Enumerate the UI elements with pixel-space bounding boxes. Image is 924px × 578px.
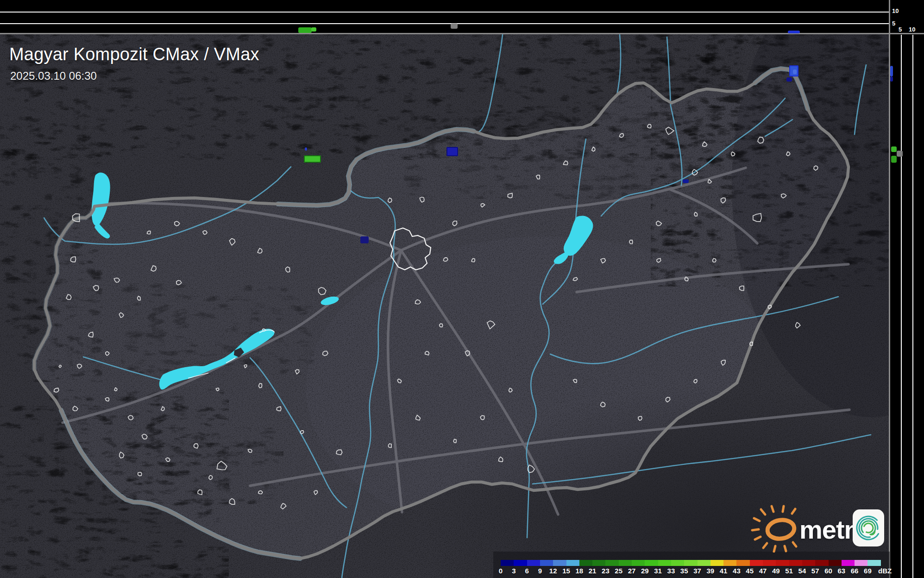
- right-profile-gridline-10: [912, 35, 913, 578]
- legend-swatch: [566, 560, 580, 566]
- radar-viewer: 10 5 5 10: [0, 0, 924, 578]
- legend-swatch: [723, 560, 737, 566]
- legend-swatch: [514, 560, 527, 566]
- legend-swatches: 0369121518212325272931333537394143454749…: [493, 552, 890, 578]
- legend-swatch: [802, 560, 816, 566]
- page-title: Magyar Kompozit CMax / VMax: [9, 44, 259, 64]
- legend-swatch: [592, 560, 606, 566]
- legend-swatch: [579, 560, 593, 566]
- right-profile-strip[interactable]: [890, 0, 924, 578]
- legend-swatch: [736, 560, 750, 566]
- legend-swatch: [698, 560, 711, 566]
- top-profile-gridline-10: [0, 12, 890, 13]
- legend-swatch: [671, 560, 685, 566]
- top-profile-gridline-5: [0, 23, 890, 24]
- legend-swatch: [776, 560, 789, 566]
- profile-map-divider-horizontal: [0, 33, 924, 34]
- metnet-app-icon: [852, 509, 886, 548]
- legend-swatch: [658, 560, 672, 566]
- right-axis-tick-5: 5: [899, 26, 902, 33]
- legend-swatch: [815, 560, 829, 566]
- legend-swatch: [684, 560, 698, 566]
- right-profile-gridline-5: [901, 35, 902, 578]
- top-profile-strip[interactable]: [0, 0, 890, 33]
- time-scrubber-handle[interactable]: [451, 24, 458, 29]
- legend-swatch: [540, 560, 553, 566]
- legend-swatch: [632, 560, 645, 566]
- legend-swatch: [829, 560, 842, 566]
- legend-swatch: [710, 560, 724, 566]
- legend-swatch: [501, 560, 514, 566]
- legend-swatch: [763, 560, 776, 566]
- timestamp: 2025.03.10 06:30: [10, 70, 97, 83]
- legend-swatch: [527, 560, 541, 566]
- legend-swatch: [867, 560, 881, 566]
- legend-unit-label: dBZ: [876, 567, 894, 575]
- legend-swatch: [750, 560, 763, 566]
- map-canvas[interactable]: [0, 33, 890, 578]
- legend-swatch: [619, 560, 632, 566]
- legend-swatch: [605, 560, 619, 566]
- dbz-legend: 0369121518212325272931333537394143454749…: [493, 552, 890, 578]
- right-axis-tick-10: 10: [909, 26, 915, 33]
- legend-swatch: [789, 560, 803, 566]
- legend-tick-label: 69: [858, 567, 877, 575]
- metnet-logo: metnet: [750, 504, 889, 553]
- hungary-radar-map: [0, 33, 890, 578]
- legend-swatch: [553, 560, 566, 566]
- top-axis-tick-10: 10: [892, 7, 899, 14]
- legend-swatch: [842, 560, 855, 566]
- top-axis-tick-5: 5: [892, 20, 895, 27]
- legend-swatch: [645, 560, 658, 566]
- profile-map-divider-vertical: [889, 0, 890, 578]
- legend-swatch: [855, 560, 868, 566]
- terrain-layer: [0, 33, 890, 578]
